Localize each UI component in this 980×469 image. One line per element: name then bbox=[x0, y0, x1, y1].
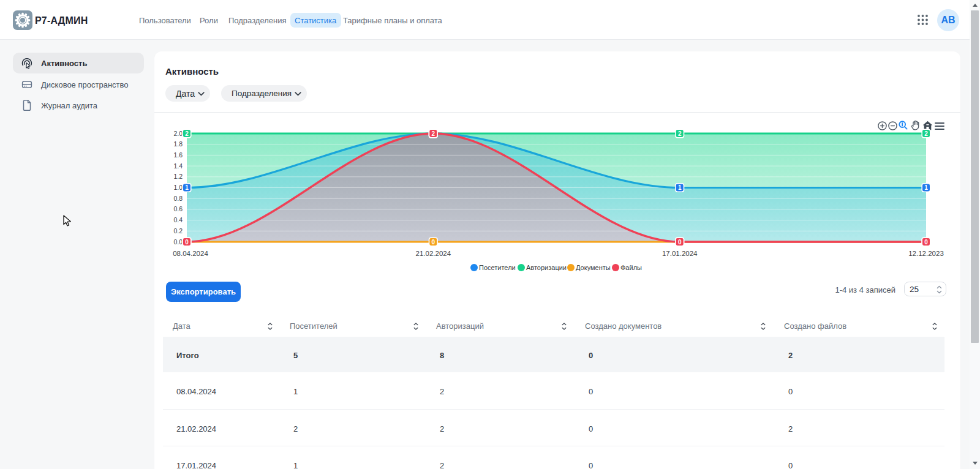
svg-text:1.4: 1.4 bbox=[173, 162, 183, 170]
svg-text:1.6: 1.6 bbox=[173, 151, 183, 159]
svg-text:1.8: 1.8 bbox=[173, 140, 183, 148]
svg-text:0: 0 bbox=[185, 239, 189, 246]
svg-text:0.2: 0.2 bbox=[173, 227, 183, 234]
svg-text:1: 1 bbox=[678, 184, 682, 191]
svg-text:1.0: 1.0 bbox=[173, 184, 183, 191]
svg-text:0.0: 0.0 bbox=[173, 238, 183, 246]
svg-text:21.02.2024: 21.02.2024 bbox=[416, 250, 451, 257]
svg-text:08.04.2024: 08.04.2024 bbox=[173, 250, 208, 257]
svg-text:12.12.2023: 12.12.2023 bbox=[908, 250, 944, 257]
svg-text:0: 0 bbox=[678, 239, 682, 246]
svg-text:0.6: 0.6 bbox=[173, 205, 183, 212]
svg-text:0: 0 bbox=[432, 239, 435, 246]
svg-text:2: 2 bbox=[432, 130, 435, 137]
svg-text:1: 1 bbox=[924, 184, 928, 191]
svg-text:1: 1 bbox=[185, 184, 189, 191]
svg-text:0.4: 0.4 bbox=[173, 216, 183, 223]
svg-text:2: 2 bbox=[185, 130, 189, 137]
svg-text:0.8: 0.8 bbox=[173, 195, 183, 202]
svg-text:17.01.2024: 17.01.2024 bbox=[662, 250, 698, 257]
svg-text:0: 0 bbox=[924, 239, 928, 246]
svg-text:2: 2 bbox=[678, 130, 682, 137]
svg-text:2: 2 bbox=[924, 130, 928, 137]
svg-text:2.0: 2.0 bbox=[173, 130, 183, 137]
svg-text:1.2: 1.2 bbox=[173, 173, 183, 180]
